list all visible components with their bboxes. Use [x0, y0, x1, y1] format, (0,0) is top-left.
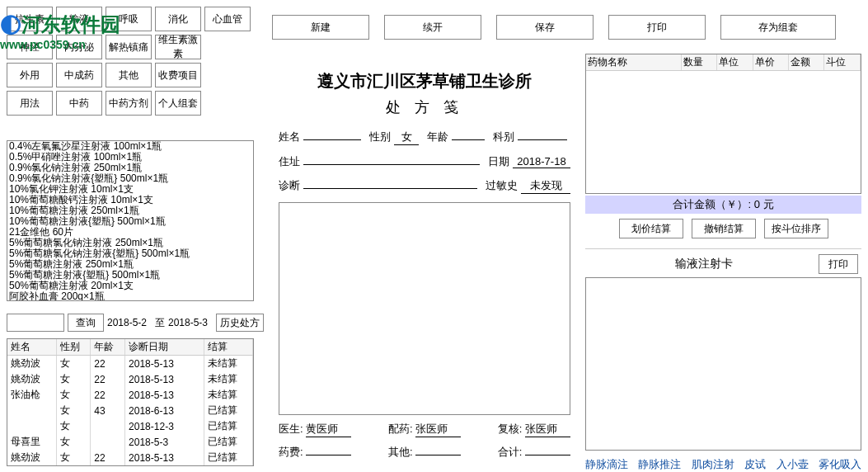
order-col-header[interactable]: 单位 [717, 54, 753, 71]
order-col-header[interactable]: 单价 [753, 54, 788, 71]
category-button-中药方剂[interactable]: 中药方剂 [106, 91, 152, 116]
save-button[interactable]: 保存 [496, 15, 594, 40]
category-button-抗生素[interactable]: 抗生素 [7, 7, 53, 31]
category-button-个人组套[interactable]: 个人组套 [155, 91, 201, 116]
age-label: 年龄 [427, 130, 448, 144]
addr-field[interactable] [303, 153, 480, 165]
search-input[interactable] [7, 314, 64, 332]
dept-label: 科别 [493, 130, 514, 144]
table-row[interactable]: 女432018-6-13已结算 [7, 403, 253, 418]
history-button[interactable]: 历史处方 [216, 314, 264, 332]
category-button-中成药[interactable]: 中成药 [56, 63, 102, 87]
category-grid: 抗生素输液呼吸消化心血管神经内分泌解热镇痛维生素激素外用中成药其他收费项目用法中… [7, 7, 251, 116]
reopen-button[interactable]: 续开 [384, 15, 481, 40]
table-row[interactable]: 女2018-12-3已结算 [7, 418, 253, 434]
date-to-input[interactable] [168, 314, 213, 332]
dispense-label: 配药: [388, 422, 413, 435]
patient-col-header[interactable]: 性别 [56, 339, 91, 356]
injection-link[interactable]: 入小壶 [777, 457, 809, 472]
order-table: 药物名称数量单位单价金额斗位 [585, 54, 861, 194]
save-set-button[interactable]: 存为组套 [720, 15, 836, 40]
table-row[interactable]: 姚劲波女222018-5-13未结算 [7, 356, 253, 371]
category-button-外用[interactable]: 外用 [7, 63, 53, 87]
medicine-item[interactable]: 阿胶补血膏 200g×1瓶 [7, 291, 253, 301]
infusion-print-button[interactable]: 打印 [819, 254, 858, 274]
sex-label: 性别 [369, 130, 391, 144]
doctor-label: 医生: [279, 422, 303, 435]
name-label: 姓名 [279, 130, 300, 144]
patient-col-header[interactable]: 结算 [204, 339, 252, 356]
category-button-心血管[interactable]: 心血管 [204, 7, 251, 31]
total-field[interactable] [525, 444, 570, 455]
clinic-title: 遵义市汇川区茅草铺卫生诊所 [272, 70, 577, 92]
fee-label: 药费: [279, 446, 303, 458]
table-row[interactable]: 啪啪啪女62018-12-3已结算 [7, 465, 253, 466]
injection-link[interactable]: 雾化吸入 [819, 457, 861, 472]
patient-col-header[interactable]: 姓名 [7, 339, 56, 356]
date-from-input[interactable] [107, 314, 152, 332]
table-row[interactable]: 姚劲波女222018-5-13未结算 [7, 371, 253, 387]
other-label: 其他: [388, 446, 413, 458]
category-button-输液[interactable]: 输液 [56, 7, 102, 31]
category-button-收费项目[interactable]: 收费项目 [155, 63, 201, 87]
query-button[interactable]: 查询 [68, 314, 104, 332]
sort-by-position-button[interactable]: 按斗位排序 [764, 219, 828, 238]
diag-label: 诊断 [279, 178, 300, 193]
category-button-呼吸[interactable]: 呼吸 [106, 7, 152, 31]
date-field[interactable]: 2018-7-18 [513, 155, 570, 168]
name-field[interactable] [303, 129, 361, 140]
other-field[interactable] [415, 444, 461, 455]
injection-method-links: 静脉滴注静脉推注肌肉注射皮试入小壶雾化吸入 [585, 457, 861, 472]
medicine-list[interactable]: 0.4%左氧氟沙星注射液 100ml×1瓶0.5%甲硝唑注射液 100ml×1瓶… [7, 140, 254, 301]
category-button-其他[interactable]: 其他 [106, 63, 152, 87]
order-col-header[interactable]: 金额 [789, 54, 824, 71]
search-row: 查询 至 历史处方 [7, 314, 264, 332]
sex-field[interactable]: 女 [394, 130, 419, 145]
category-button-中药[interactable]: 中药 [56, 91, 102, 116]
diag-field[interactable] [303, 177, 477, 189]
order-col-header[interactable]: 斗位 [824, 54, 861, 71]
prescription-content-box[interactable] [279, 202, 570, 415]
injection-link[interactable]: 皮试 [744, 457, 766, 472]
category-button-维生素激素[interactable]: 维生素激素 [155, 35, 201, 59]
allergy-field[interactable]: 未发现 [521, 178, 570, 194]
table-row[interactable]: 张油枪女222018-5-13未结算 [7, 387, 253, 403]
age-field[interactable] [452, 129, 485, 140]
infusion-card-box[interactable] [585, 277, 861, 451]
category-button-用法[interactable]: 用法 [7, 91, 53, 116]
order-panel: 药物名称数量单位单价金额斗位 合计金额（￥）: 0 元 划价结算 撤销结算 按斗… [585, 54, 861, 472]
total-label: 合计: [498, 446, 523, 458]
table-row[interactable]: 姚劲波女222018-5-13已结算 [7, 450, 253, 465]
category-button-神经[interactable]: 神经 [7, 35, 53, 59]
main-action-bar: 新建 续开 保存 打印 存为组套 [272, 15, 836, 40]
patient-col-header[interactable]: 年龄 [91, 339, 125, 356]
new-button[interactable]: 新建 [272, 15, 369, 40]
total-amount-row: 合计金额（￥）: 0 元 [585, 196, 861, 214]
price-settle-button[interactable]: 划价结算 [619, 219, 683, 238]
injection-link[interactable]: 肌肉注射 [692, 457, 734, 472]
category-button-解热镇痛[interactable]: 解热镇痛 [106, 35, 152, 59]
to-label: 至 [155, 316, 165, 330]
infusion-card-title: 输液注射卡 [589, 257, 819, 271]
patient-col-header[interactable]: 诊断日期 [125, 339, 204, 356]
cancel-settle-button[interactable]: 撤销结算 [692, 219, 756, 238]
injection-link[interactable]: 静脉推注 [638, 457, 681, 472]
date-label: 日期 [488, 154, 509, 169]
category-button-内分泌[interactable]: 内分泌 [56, 35, 102, 59]
doctor-field[interactable]: 黄医师 [306, 422, 351, 437]
review-field[interactable]: 张医师 [525, 422, 570, 437]
injection-link[interactable]: 静脉滴注 [585, 457, 628, 472]
category-button-消化[interactable]: 消化 [155, 7, 201, 31]
table-row[interactable]: 母喜里女2018-5-3已结算 [7, 434, 253, 450]
review-label: 复核: [498, 422, 523, 435]
allergy-label: 过敏史 [486, 178, 518, 193]
dispense-field[interactable]: 张医师 [415, 422, 461, 437]
print-button[interactable]: 打印 [608, 15, 706, 40]
prescription-subtitle: 处 方 笺 [272, 97, 577, 117]
order-col-header[interactable]: 药物名称 [586, 54, 681, 71]
patient-table: 姓名性别年龄诊断日期结算 姚劲波女222018-5-13未结算姚劲波女22201… [7, 338, 254, 466]
prescription-form: 遵义市汇川区茅草铺卫生诊所 处 方 笺 姓名 性别女 年龄 科别 住址 日期20… [272, 54, 577, 466]
fee-field[interactable] [306, 444, 351, 455]
dept-field[interactable] [518, 129, 567, 140]
order-col-header[interactable]: 数量 [681, 54, 716, 71]
